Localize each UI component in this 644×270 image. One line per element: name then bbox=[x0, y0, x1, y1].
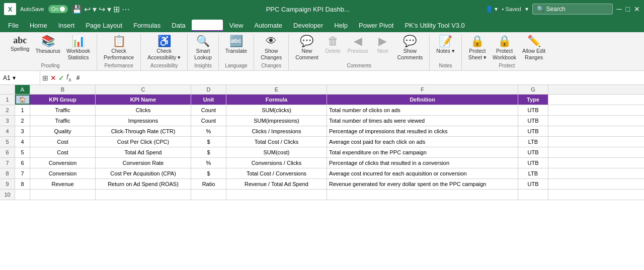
cell-f8[interactable]: Average cost incurred for each acquisiti… bbox=[327, 168, 518, 178]
cell-c10[interactable] bbox=[96, 190, 191, 200]
menu-item-power-pivot[interactable]: Power Pivot bbox=[354, 20, 398, 31]
cell-f1[interactable]: Definition bbox=[327, 95, 518, 105]
col-header-b[interactable]: B bbox=[30, 85, 96, 94]
menu-item-insert[interactable]: Insert bbox=[53, 20, 80, 31]
cell-f2[interactable]: Total number of clicks on ads bbox=[327, 105, 518, 115]
redo-arrow[interactable]: ▾ bbox=[107, 5, 111, 14]
cell-b8[interactable]: Conversion bbox=[30, 168, 96, 178]
cell-d6[interactable]: $ bbox=[191, 147, 226, 157]
cell-f10[interactable] bbox=[327, 190, 518, 200]
cell-g2[interactable]: UTB bbox=[518, 105, 548, 115]
cell-c6[interactable]: Total Ad Spend bbox=[96, 147, 191, 157]
menu-item-automate[interactable]: Automate bbox=[249, 20, 287, 31]
menu-item-home[interactable]: Home bbox=[25, 20, 52, 31]
cell-d9[interactable]: Ratio bbox=[191, 179, 226, 189]
cell-c7[interactable]: Conversion Rate bbox=[96, 158, 191, 168]
cell-b5[interactable]: Cost bbox=[30, 137, 96, 147]
col-header-g[interactable]: G bbox=[518, 85, 548, 94]
close-btn[interactable]: ✕ bbox=[634, 5, 640, 13]
new-comment-button[interactable]: 💬 NewComment bbox=[293, 34, 321, 62]
maximize-btn[interactable]: □ bbox=[626, 5, 630, 13]
cell-d5[interactable]: $ bbox=[191, 137, 226, 147]
menu-item-file[interactable]: File bbox=[3, 20, 24, 31]
cell-b2[interactable]: Traffic bbox=[30, 105, 96, 115]
cell-a4[interactable]: 3 bbox=[15, 126, 30, 136]
col-header-d[interactable]: D bbox=[191, 85, 226, 94]
cell-b6[interactable]: Cost bbox=[30, 147, 96, 157]
formula-expand-icon[interactable]: ⊞ bbox=[42, 74, 48, 82]
protect-workbook-button[interactable]: 🔒 ProtectWorkbook bbox=[490, 34, 519, 62]
show-changes-button[interactable]: 👁 Show Changes bbox=[258, 34, 284, 62]
search-box[interactable]: 🔍 Search bbox=[532, 4, 613, 15]
cell-e8[interactable]: Total Cost / Conversions bbox=[226, 168, 327, 178]
col-header-f[interactable]: F bbox=[327, 85, 518, 94]
cell-e4[interactable]: Clicks / Impressions bbox=[226, 126, 327, 136]
cell-c3[interactable]: Impressions bbox=[96, 116, 191, 126]
cell-b10[interactable] bbox=[30, 190, 96, 200]
minimize-btn[interactable]: ─ bbox=[617, 5, 622, 13]
redo-icon[interactable]: ↪ bbox=[99, 5, 105, 14]
cell-e5[interactable]: Total Cost / Clicks bbox=[226, 137, 327, 147]
cell-d1[interactable]: Unit bbox=[191, 95, 226, 105]
cell-a5[interactable]: 4 bbox=[15, 137, 30, 147]
cell-c1[interactable]: KPI Name bbox=[96, 95, 191, 105]
cell-e9[interactable]: Revenue / Total Ad Spend bbox=[226, 179, 327, 189]
thesaurus-button[interactable]: 📚 Thesaurus bbox=[33, 34, 63, 56]
col-header-c[interactable]: C bbox=[96, 85, 191, 94]
cell-d2[interactable]: Count bbox=[191, 105, 226, 115]
menu-item-formulas[interactable]: Formulas bbox=[128, 20, 166, 31]
cell-d4[interactable]: % bbox=[191, 126, 226, 136]
cell-e1[interactable]: Formula bbox=[226, 95, 327, 105]
saved-arrow[interactable]: ▾ bbox=[525, 6, 528, 13]
cell-a8[interactable]: 7 bbox=[15, 168, 30, 178]
cell-g6[interactable]: UTB bbox=[518, 147, 548, 157]
notes-button[interactable]: 📝 Notes ▾ bbox=[434, 34, 457, 56]
menu-item-pk-utility[interactable]: PK's Utility Tool V3.0 bbox=[399, 20, 469, 31]
menu-item-data[interactable]: Data bbox=[167, 20, 190, 31]
menu-item-help[interactable]: Help bbox=[329, 20, 353, 31]
cell-f7[interactable]: Percentage of clicks that resulted in a … bbox=[327, 158, 518, 168]
cell-g5[interactable]: LTB bbox=[518, 137, 548, 147]
cell-a6[interactable]: 5 bbox=[15, 147, 30, 157]
cell-g4[interactable]: UTB bbox=[518, 126, 548, 136]
formula-fx-icon[interactable]: fx bbox=[66, 73, 71, 82]
cell-b7[interactable]: Conversion bbox=[30, 158, 96, 168]
cell-e2[interactable]: SUM(clicks) bbox=[226, 105, 327, 115]
cell-g3[interactable]: UTB bbox=[518, 116, 548, 126]
cell-g7[interactable]: UTB bbox=[518, 158, 548, 168]
cell-d7[interactable]: % bbox=[191, 158, 226, 168]
translate-button[interactable]: 🔤 Translate bbox=[223, 34, 250, 56]
more-tools-icon[interactable]: ⋯ bbox=[122, 5, 130, 14]
account-icon[interactable]: 👤 ▾ bbox=[486, 6, 498, 13]
spelling-button[interactable]: abc Spelling bbox=[8, 34, 32, 54]
cell-c8[interactable]: Cost Per Acquisition (CPA) bbox=[96, 168, 191, 178]
cell-f3[interactable]: Total number of times ads were viewed bbox=[327, 116, 518, 126]
cell-e10[interactable] bbox=[226, 190, 327, 200]
cell-g1[interactable]: Type bbox=[518, 95, 548, 105]
allow-edit-ranges-button[interactable]: ✏️ Allow EditRanges bbox=[520, 34, 548, 62]
col-header-e[interactable]: E bbox=[226, 85, 327, 94]
cell-e7[interactable]: Conversions / Clicks bbox=[226, 158, 327, 168]
cell-d8[interactable]: $ bbox=[191, 168, 226, 178]
workbook-stats-button[interactable]: 📊 Workbook Statistics bbox=[64, 34, 93, 62]
cell-f5[interactable]: Average cost paid for each click on ads bbox=[327, 137, 518, 147]
cell-c5[interactable]: Cost Per Click (CPC) bbox=[96, 137, 191, 147]
col-header-a[interactable]: A bbox=[15, 85, 30, 94]
menu-item-review[interactable]: Review bbox=[192, 20, 223, 31]
cell-a10[interactable] bbox=[15, 190, 30, 200]
undo-icon[interactable]: ↩ bbox=[84, 5, 91, 14]
cell-a9[interactable]: 8 bbox=[15, 179, 30, 189]
cell-g10[interactable] bbox=[518, 190, 548, 200]
cell-a3[interactable]: 2 bbox=[15, 116, 30, 126]
menu-item-page-layout[interactable]: Page Layout bbox=[80, 20, 127, 31]
cell-reference[interactable]: A1 ▾ bbox=[0, 71, 40, 84]
check-performance-button[interactable]: 📋 Check Performance bbox=[101, 34, 136, 62]
cell-b9[interactable]: Revenue bbox=[30, 179, 96, 189]
cell-g9[interactable]: UTB bbox=[518, 179, 548, 189]
cell-d10[interactable] bbox=[191, 190, 226, 200]
cell-d3[interactable]: Count bbox=[191, 116, 226, 126]
check-accessibility-button[interactable]: ♿ CheckAccessibility ▾ bbox=[145, 34, 183, 62]
menu-item-developer[interactable]: Developer bbox=[288, 20, 328, 31]
cell-b3[interactable]: Traffic bbox=[30, 116, 96, 126]
undo-arrow[interactable]: ▾ bbox=[93, 5, 97, 14]
